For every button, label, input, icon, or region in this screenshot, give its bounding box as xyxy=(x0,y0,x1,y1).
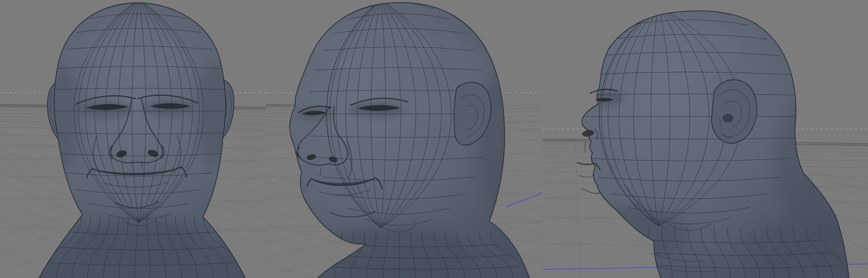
viewport-front[interactable] xyxy=(0,0,266,278)
ear-canal-shadow xyxy=(723,114,733,122)
viewport-montage xyxy=(0,0,868,278)
viewport-profile[interactable] xyxy=(542,0,868,278)
viewport-three-quarter[interactable] xyxy=(266,0,542,278)
